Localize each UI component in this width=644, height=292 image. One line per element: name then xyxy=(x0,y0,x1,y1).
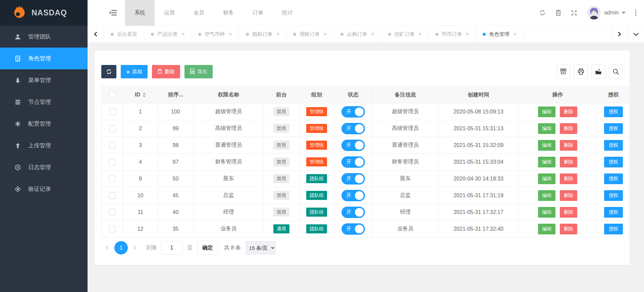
confirm-button[interactable]: 确定 xyxy=(197,241,218,255)
tabs-scroll-left-icon[interactable] xyxy=(88,26,104,43)
export-button[interactable]: 导出 xyxy=(184,65,213,78)
top-nav-item[interactable]: 系统 xyxy=(125,0,155,26)
tab[interactable]: 产品分类 × xyxy=(144,26,192,43)
tab-close-icon[interactable]: × xyxy=(324,31,327,37)
row-checkbox[interactable] xyxy=(109,159,116,165)
sidebar-item[interactable]: 角色管理 xyxy=(0,48,88,69)
status-toggle[interactable]: 开 xyxy=(341,140,365,151)
sidebar-item[interactable]: 配置管理 xyxy=(0,113,88,135)
row-checkbox[interactable] xyxy=(109,142,116,149)
next-page-icon[interactable] xyxy=(129,245,141,250)
toolbar: + 添加 删除 xyxy=(101,65,623,79)
row-delete-button[interactable]: 删除 xyxy=(560,207,577,218)
tab-close-icon[interactable]: × xyxy=(181,31,184,37)
row-delete-button[interactable]: 删除 xyxy=(560,190,577,201)
refresh-button[interactable] xyxy=(101,65,116,78)
tab[interactable]: 期权订单 × xyxy=(239,26,286,43)
edit-button[interactable]: 编辑 xyxy=(538,157,555,167)
sidebar-item[interactable]: 菜单管理 xyxy=(0,69,88,91)
tab[interactable]: 空气币种 × xyxy=(192,26,239,43)
grant-button[interactable]: 授权 xyxy=(604,224,623,234)
status-toggle[interactable]: 开 xyxy=(341,190,365,201)
page-number[interactable]: 1 xyxy=(114,241,128,254)
tab-close-icon[interactable]: × xyxy=(513,31,516,37)
delete-button[interactable]: 删除 xyxy=(152,65,180,78)
tab-close-icon[interactable]: × xyxy=(466,31,469,37)
edit-button[interactable]: 编辑 xyxy=(538,207,555,218)
grant-button[interactable]: 授权 xyxy=(604,140,623,151)
tab[interactable]: 认购订单 × xyxy=(334,26,381,43)
page-size-select[interactable]: 15 条/页 xyxy=(246,241,276,254)
tab-close-icon[interactable]: × xyxy=(371,31,374,37)
prev-page-icon[interactable] xyxy=(101,245,113,250)
row-checkbox[interactable] xyxy=(109,226,116,232)
tab-close-icon[interactable]: × xyxy=(419,31,422,37)
username[interactable]: admin xyxy=(604,10,619,16)
tab[interactable]: 理财订单 × xyxy=(286,26,334,43)
kebab-menu-icon[interactable] xyxy=(635,10,637,16)
edit-button[interactable]: 编辑 xyxy=(538,224,555,234)
tabs-menu-chevron-icon[interactable] xyxy=(628,26,644,43)
row-delete-button[interactable]: 删除 xyxy=(560,157,577,167)
row-checkbox[interactable] xyxy=(109,125,116,132)
row-checkbox[interactable] xyxy=(109,192,116,199)
top-nav-item[interactable]: 统计 xyxy=(273,0,302,26)
edit-button[interactable]: 编辑 xyxy=(538,123,555,134)
page-input[interactable] xyxy=(161,241,182,254)
export-data-button[interactable] xyxy=(591,65,605,79)
status-toggle[interactable]: 开 xyxy=(341,106,365,118)
grant-button[interactable]: 授权 xyxy=(604,106,623,117)
grant-button[interactable]: 授权 xyxy=(604,190,623,201)
print-button[interactable] xyxy=(574,65,588,79)
edit-button[interactable]: 编辑 xyxy=(538,190,555,201)
sidebar-item[interactable]: 上传管理 xyxy=(0,135,88,156)
sort-icon[interactable] xyxy=(143,92,146,97)
row-delete-button[interactable]: 删除 xyxy=(560,123,577,134)
sidebar-item[interactable]: 节点管理 xyxy=(0,91,88,113)
refresh-icon[interactable] xyxy=(539,9,546,16)
add-button[interactable]: + 添加 xyxy=(121,65,148,78)
edit-button[interactable]: 编辑 xyxy=(538,173,555,184)
sidebar-item[interactable]: 管理团队 xyxy=(0,26,88,48)
status-toggle[interactable]: 开 xyxy=(341,156,365,168)
sidebar-item[interactable]: 验证记录 xyxy=(0,178,88,200)
grant-button[interactable]: 授权 xyxy=(604,123,623,134)
edit-button[interactable]: 编辑 xyxy=(538,106,555,117)
tab[interactable]: 挖矿订单 × xyxy=(381,26,429,43)
row-delete-button[interactable]: 删除 xyxy=(560,140,577,151)
top-nav-item[interactable]: 会员 xyxy=(184,0,214,26)
status-toggle[interactable]: 开 xyxy=(341,123,365,134)
row-checkbox[interactable] xyxy=(109,175,116,182)
top-nav-item[interactable]: 运营 xyxy=(155,0,184,26)
grant-button[interactable]: 授权 xyxy=(604,157,623,167)
chevron-down-icon[interactable] xyxy=(622,12,626,14)
tab[interactable]: 后台首页 × xyxy=(104,26,144,43)
row-delete-button[interactable]: 删除 xyxy=(560,106,577,117)
fullscreen-icon[interactable] xyxy=(571,10,577,16)
tab-close-icon[interactable]: × xyxy=(276,31,279,37)
cell-name: 总监 xyxy=(194,187,264,204)
sidebar-item[interactable]: 日志管理 xyxy=(0,156,88,178)
avatar[interactable] xyxy=(587,6,601,19)
fold-menu-icon[interactable] xyxy=(109,10,117,16)
columns-toggle-button[interactable] xyxy=(556,65,571,79)
top-nav-item[interactable]: 订单 xyxy=(243,0,273,26)
search-icon[interactable] xyxy=(609,65,623,79)
tab[interactable]: 币币订单 × xyxy=(429,26,476,43)
tab[interactable]: 角色管理 × xyxy=(476,26,523,43)
status-toggle[interactable]: 开 xyxy=(341,173,365,185)
trash-icon[interactable] xyxy=(555,9,561,16)
row-checkbox[interactable] xyxy=(109,108,116,115)
status-toggle[interactable]: 开 xyxy=(341,223,365,235)
row-checkbox[interactable] xyxy=(109,209,116,216)
row-delete-button[interactable]: 删除 xyxy=(560,173,577,184)
tab-close-icon[interactable]: × xyxy=(229,31,232,37)
row-delete-button[interactable]: 删除 xyxy=(560,224,577,234)
grant-button[interactable]: 授权 xyxy=(604,173,623,184)
status-toggle[interactable]: 开 xyxy=(341,207,365,218)
select-all-checkbox[interactable] xyxy=(109,91,116,98)
grant-button[interactable]: 授权 xyxy=(604,207,623,218)
edit-button[interactable]: 编辑 xyxy=(538,140,555,151)
tabs-scroll-right-icon[interactable] xyxy=(611,26,628,43)
top-nav-item[interactable]: 财务 xyxy=(214,0,243,26)
